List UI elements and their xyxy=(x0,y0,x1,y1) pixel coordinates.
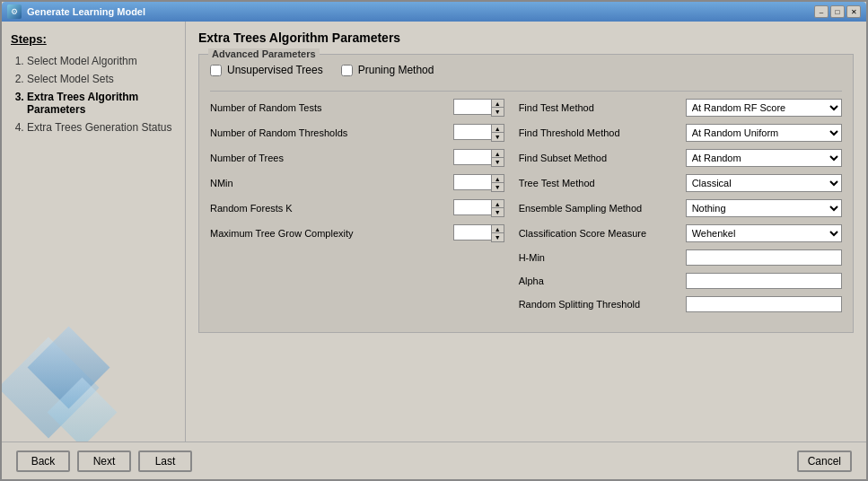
unsupervised-trees-label: Unsupervised Trees xyxy=(227,64,323,76)
find-subset-method-row: Find Subset Method At Random Classical xyxy=(519,149,842,167)
page-title: Extra Trees Algorithm Parameters xyxy=(198,31,854,45)
num-trees-row: Number of Trees 10 ▲ ▼ xyxy=(210,149,504,167)
num-random-thresholds-up[interactable]: ▲ xyxy=(492,125,504,133)
ensemble-sampling-method-select[interactable]: Nothing Bagging Boosting xyxy=(686,199,842,217)
classification-score-measure-row: Classification Score Measure Wehenkel Gi… xyxy=(519,224,842,242)
unsupervised-trees-checkbox[interactable] xyxy=(210,65,222,76)
nmin-up[interactable]: ▲ xyxy=(492,175,504,183)
alpha-input[interactable]: 1.0 xyxy=(686,273,842,289)
bottom-bar: Back Next Last Cancel xyxy=(2,442,866,479)
pruning-method-label: Pruning Method xyxy=(358,64,434,76)
nmin-row: NMin 1 ▲ ▼ xyxy=(210,174,504,192)
h-min-row: H-Min 0.000001 xyxy=(519,249,842,266)
random-forests-k-up[interactable]: ▲ xyxy=(492,200,504,208)
num-trees-down[interactable]: ▼ xyxy=(492,158,504,166)
step-2: Select Model Sets xyxy=(27,73,176,85)
section-label: Advanced Parameters xyxy=(208,48,320,59)
h-min-label: H-Min xyxy=(519,252,680,263)
steps-list: Select Model Algorithm Select Model Sets… xyxy=(11,55,176,134)
nav-buttons: Back Next Last xyxy=(16,450,192,472)
nmin-input[interactable]: 1 xyxy=(453,174,491,190)
alpha-row: Alpha 1.0 xyxy=(519,273,842,289)
pruning-method-row: Pruning Method xyxy=(341,64,434,76)
content-area: Steps: Select Model Algorithm Select Mod… xyxy=(2,22,866,442)
num-trees-label: Number of Trees xyxy=(210,153,448,163)
pruning-method-checkbox[interactable] xyxy=(341,65,353,76)
num-trees-spinner: 10 ▲ ▼ xyxy=(453,149,504,167)
find-threshold-method-label: Find Threshold Method xyxy=(519,127,680,138)
h-min-input[interactable]: 0.000001 xyxy=(686,249,842,266)
find-test-method-row: Find Test Method At Random RF Score At R… xyxy=(519,99,842,117)
max-tree-grow-down[interactable]: ▼ xyxy=(492,233,504,241)
num-random-thresholds-row: Number of Random Thresholds 1 ▲ ▼ xyxy=(210,124,504,142)
find-threshold-method-select[interactable]: At Random Uniform At Random Classical xyxy=(686,124,842,142)
num-random-thresholds-down[interactable]: ▼ xyxy=(492,133,504,141)
ensemble-sampling-method-row: Ensemble Sampling Method Nothing Bagging… xyxy=(519,199,842,217)
minimize-button[interactable]: – xyxy=(814,5,829,18)
max-tree-grow-label: Maximum Tree Grow Complexity xyxy=(210,228,448,239)
num-random-thresholds-label: Number of Random Thresholds xyxy=(210,127,448,138)
ensemble-sampling-method-label: Ensemble Sampling Method xyxy=(519,203,680,214)
tree-test-method-row: Tree Test Method Classical Random xyxy=(519,174,842,192)
nmin-label: NMin xyxy=(210,178,448,188)
sidebar: Steps: Select Model Algorithm Select Mod… xyxy=(2,22,186,442)
find-subset-method-label: Find Subset Method xyxy=(519,153,680,163)
random-forests-k-label: Random Forests K xyxy=(210,203,448,214)
unsupervised-trees-row: Unsupervised Trees xyxy=(210,64,323,76)
cancel-button[interactable]: Cancel xyxy=(797,450,852,472)
num-random-tests-up[interactable]: ▲ xyxy=(492,100,504,108)
step-1: Select Model Algorithm xyxy=(27,55,176,67)
step-3: Extra Trees Algorithm Parameters xyxy=(27,91,176,116)
nmin-spinner: 1 ▲ ▼ xyxy=(453,174,504,192)
num-random-tests-input[interactable]: 28 xyxy=(453,99,491,115)
maximize-button[interactable]: □ xyxy=(830,5,845,18)
max-tree-grow-spinner: 1 ▲ ▼ xyxy=(453,224,504,242)
tree-test-method-select[interactable]: Classical Random xyxy=(686,174,842,192)
num-random-thresholds-input[interactable]: 1 xyxy=(453,124,491,140)
find-test-method-label: Find Test Method xyxy=(519,102,680,113)
num-random-tests-spinner: 28 ▲ ▼ xyxy=(453,99,504,117)
app-icon: ⚙ xyxy=(7,4,22,19)
title-bar: ⚙ Generate Learning Model – □ ✕ xyxy=(2,2,866,22)
sidebar-logo xyxy=(2,298,185,442)
max-tree-grow-row: Maximum Tree Grow Complexity 1 ▲ ▼ xyxy=(210,224,504,242)
classification-score-measure-select[interactable]: Wehenkel Gini Entropy xyxy=(686,224,842,242)
next-button[interactable]: Next xyxy=(77,450,131,472)
num-random-thresholds-spinner: 1 ▲ ▼ xyxy=(453,124,504,142)
random-forests-k-row: Random Forests K 1 ▲ ▼ xyxy=(210,199,504,217)
num-random-tests-label: Number of Random Tests xyxy=(210,102,448,113)
find-test-method-select[interactable]: At Random RF Score At Random Classical xyxy=(686,99,842,117)
random-forests-k-down[interactable]: ▼ xyxy=(492,208,504,216)
alpha-label: Alpha xyxy=(519,275,680,286)
right-params-col: Find Test Method At Random RF Score At R… xyxy=(519,99,842,319)
left-params-col: Number of Random Tests 28 ▲ ▼ N xyxy=(210,99,504,319)
find-subset-method-select[interactable]: At Random Classical xyxy=(686,149,842,167)
advanced-params-section: Advanced Parameters Unsupervised Trees P… xyxy=(198,54,854,333)
back-button[interactable]: Back xyxy=(16,450,70,472)
nmin-down[interactable]: ▼ xyxy=(492,183,504,191)
random-splitting-threshold-row: Random Splitting Threshold 10.0 xyxy=(519,296,842,312)
find-threshold-method-row: Find Threshold Method At Random Uniform … xyxy=(519,124,842,142)
random-forests-k-spinner: 1 ▲ ▼ xyxy=(453,199,504,217)
num-random-tests-down[interactable]: ▼ xyxy=(492,108,504,116)
window-controls: – □ ✕ xyxy=(814,5,861,18)
num-trees-input[interactable]: 10 xyxy=(453,149,491,165)
max-tree-grow-up[interactable]: ▲ xyxy=(492,225,504,233)
random-splitting-threshold-label: Random Splitting Threshold xyxy=(519,299,680,310)
num-trees-up[interactable]: ▲ xyxy=(492,150,504,158)
window-title: Generate Learning Model xyxy=(27,6,145,17)
classification-score-measure-label: Classification Score Measure xyxy=(519,228,680,239)
tree-test-method-label: Tree Test Method xyxy=(519,178,680,188)
sidebar-heading: Steps: xyxy=(11,32,176,46)
last-button[interactable]: Last xyxy=(138,450,192,472)
step-4: Extra Trees Generation Status xyxy=(27,121,176,134)
main-window: ⚙ Generate Learning Model – □ ✕ Steps: S… xyxy=(0,0,868,481)
num-random-tests-row: Number of Random Tests 28 ▲ ▼ xyxy=(210,99,504,117)
random-forests-k-input[interactable]: 1 xyxy=(453,199,491,215)
close-button[interactable]: ✕ xyxy=(846,5,861,18)
max-tree-grow-input[interactable]: 1 xyxy=(453,224,491,240)
random-splitting-threshold-input[interactable]: 10.0 xyxy=(686,296,842,312)
main-panel: Extra Trees Algorithm Parameters Advance… xyxy=(186,22,866,442)
